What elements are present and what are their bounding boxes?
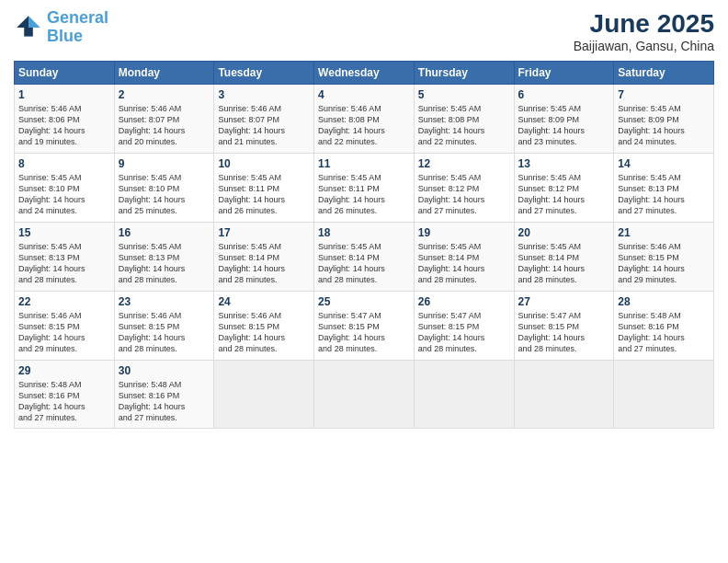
day-info: Sunrise: 5:48 AM Sunset: 8:16 PM Dayligh…	[18, 379, 110, 424]
day-info: Sunrise: 5:45 AM Sunset: 8:14 PM Dayligh…	[518, 241, 610, 286]
col-header-friday: Friday	[514, 62, 614, 85]
cell-day-12: 12Sunrise: 5:45 AM Sunset: 8:12 PM Dayli…	[414, 154, 514, 223]
day-info: Sunrise: 5:46 AM Sunset: 8:15 PM Dayligh…	[18, 310, 110, 355]
cell-day-empty-4	[414, 361, 514, 429]
col-header-tuesday: Tuesday	[214, 62, 314, 85]
cell-day-empty-5	[514, 361, 614, 429]
day-info: Sunrise: 5:45 AM Sunset: 8:12 PM Dayligh…	[518, 172, 610, 217]
day-number: 17	[218, 226, 310, 239]
svg-marker-0	[28, 16, 40, 28]
cell-day-18: 18Sunrise: 5:45 AM Sunset: 8:14 PM Dayli…	[314, 223, 415, 292]
day-number: 25	[318, 295, 410, 308]
col-header-sunday: Sunday	[15, 62, 115, 85]
cell-day-21: 21Sunrise: 5:46 AM Sunset: 8:15 PM Dayli…	[614, 223, 714, 292]
day-number: 19	[418, 226, 510, 239]
cell-day-19: 19Sunrise: 5:45 AM Sunset: 8:14 PM Dayli…	[414, 223, 514, 292]
col-header-monday: Monday	[114, 62, 214, 85]
main-title: June 2025	[574, 9, 714, 39]
day-number: 2	[119, 88, 210, 101]
day-info: Sunrise: 5:46 AM Sunset: 8:15 PM Dayligh…	[218, 310, 310, 355]
cell-day-9: 9Sunrise: 5:45 AM Sunset: 8:10 PM Daylig…	[114, 154, 214, 223]
day-number: 5	[418, 88, 510, 101]
day-info: Sunrise: 5:48 AM Sunset: 8:16 PM Dayligh…	[618, 310, 710, 355]
logo-text: General Blue	[47, 9, 108, 46]
day-number: 28	[618, 295, 710, 308]
day-info: Sunrise: 5:45 AM Sunset: 8:14 PM Dayligh…	[218, 241, 310, 286]
day-number: 3	[218, 88, 310, 101]
day-number: 24	[218, 295, 310, 308]
day-number: 7	[618, 88, 710, 101]
cell-day-24: 24Sunrise: 5:46 AM Sunset: 8:15 PM Dayli…	[214, 292, 314, 361]
cell-day-27: 27Sunrise: 5:47 AM Sunset: 8:15 PM Dayli…	[514, 292, 614, 361]
day-info: Sunrise: 5:47 AM Sunset: 8:15 PM Dayligh…	[518, 310, 610, 355]
day-info: Sunrise: 5:47 AM Sunset: 8:15 PM Dayligh…	[418, 310, 510, 355]
cell-day-30: 30Sunrise: 5:48 AM Sunset: 8:16 PM Dayli…	[114, 361, 214, 429]
cell-day-29: 29Sunrise: 5:48 AM Sunset: 8:16 PM Dayli…	[15, 361, 115, 429]
day-info: Sunrise: 5:45 AM Sunset: 8:13 PM Dayligh…	[18, 241, 110, 286]
page: General Blue June 2025 Baijiawan, Gansu,…	[0, 0, 728, 563]
logo: General Blue	[14, 9, 108, 46]
cell-day-7: 7Sunrise: 5:45 AM Sunset: 8:09 PM Daylig…	[614, 85, 714, 154]
week-row-4: 22Sunrise: 5:46 AM Sunset: 8:15 PM Dayli…	[15, 292, 714, 361]
day-info: Sunrise: 5:45 AM Sunset: 8:10 PM Dayligh…	[18, 172, 110, 217]
day-number: 20	[518, 226, 610, 239]
day-number: 30	[119, 364, 210, 377]
cell-day-10: 10Sunrise: 5:45 AM Sunset: 8:11 PM Dayli…	[214, 154, 314, 223]
cell-day-8: 8Sunrise: 5:45 AM Sunset: 8:10 PM Daylig…	[15, 154, 115, 223]
cell-day-17: 17Sunrise: 5:45 AM Sunset: 8:14 PM Dayli…	[214, 223, 314, 292]
logo-icon	[14, 13, 43, 42]
cell-day-11: 11Sunrise: 5:45 AM Sunset: 8:11 PM Dayli…	[314, 154, 415, 223]
day-number: 13	[518, 157, 610, 170]
header-row: SundayMondayTuesdayWednesdayThursdayFrid…	[15, 62, 714, 85]
week-row-1: 1Sunrise: 5:46 AM Sunset: 8:06 PM Daylig…	[15, 85, 714, 154]
day-info: Sunrise: 5:45 AM Sunset: 8:09 PM Dayligh…	[618, 103, 710, 148]
week-row-3: 15Sunrise: 5:45 AM Sunset: 8:13 PM Dayli…	[15, 223, 714, 292]
cell-day-20: 20Sunrise: 5:45 AM Sunset: 8:14 PM Dayli…	[514, 223, 614, 292]
cell-day-15: 15Sunrise: 5:45 AM Sunset: 8:13 PM Dayli…	[15, 223, 115, 292]
day-info: Sunrise: 5:46 AM Sunset: 8:07 PM Dayligh…	[218, 103, 310, 148]
day-number: 9	[119, 157, 210, 170]
day-number: 1	[18, 88, 110, 101]
subtitle: Baijiawan, Gansu, China	[574, 39, 714, 53]
day-number: 16	[119, 226, 210, 239]
cell-day-empty-6	[614, 361, 714, 429]
day-number: 10	[218, 157, 310, 170]
day-number: 6	[518, 88, 610, 101]
day-info: Sunrise: 5:45 AM Sunset: 8:10 PM Dayligh…	[119, 172, 210, 217]
cell-day-1: 1Sunrise: 5:46 AM Sunset: 8:06 PM Daylig…	[15, 85, 115, 154]
cell-day-28: 28Sunrise: 5:48 AM Sunset: 8:16 PM Dayli…	[614, 292, 714, 361]
cell-day-empty-2	[214, 361, 314, 429]
day-info: Sunrise: 5:45 AM Sunset: 8:14 PM Dayligh…	[318, 241, 410, 286]
day-number: 11	[318, 157, 410, 170]
calendar-table: SundayMondayTuesdayWednesdayThursdayFrid…	[14, 61, 714, 429]
day-number: 29	[18, 364, 110, 377]
logo-line2: Blue	[47, 27, 83, 45]
title-block: June 2025 Baijiawan, Gansu, China	[574, 9, 714, 53]
day-info: Sunrise: 5:45 AM Sunset: 8:11 PM Dayligh…	[218, 172, 310, 217]
day-number: 23	[119, 295, 210, 308]
day-number: 27	[518, 295, 610, 308]
day-info: Sunrise: 5:46 AM Sunset: 8:15 PM Dayligh…	[119, 310, 210, 355]
svg-marker-1	[17, 16, 28, 28]
day-info: Sunrise: 5:45 AM Sunset: 8:13 PM Dayligh…	[119, 241, 210, 286]
day-info: Sunrise: 5:48 AM Sunset: 8:16 PM Dayligh…	[119, 379, 210, 424]
day-number: 8	[18, 157, 110, 170]
cell-day-empty-3	[314, 361, 415, 429]
cell-day-25: 25Sunrise: 5:47 AM Sunset: 8:15 PM Dayli…	[314, 292, 415, 361]
col-header-thursday: Thursday	[414, 62, 514, 85]
cell-day-4: 4Sunrise: 5:46 AM Sunset: 8:08 PM Daylig…	[314, 85, 415, 154]
logo-line1: General	[47, 8, 108, 27]
day-number: 12	[418, 157, 510, 170]
day-info: Sunrise: 5:45 AM Sunset: 8:09 PM Dayligh…	[518, 103, 610, 148]
cell-day-14: 14Sunrise: 5:45 AM Sunset: 8:13 PM Dayli…	[614, 154, 714, 223]
cell-day-6: 6Sunrise: 5:45 AM Sunset: 8:09 PM Daylig…	[514, 85, 614, 154]
cell-day-5: 5Sunrise: 5:45 AM Sunset: 8:08 PM Daylig…	[414, 85, 514, 154]
day-info: Sunrise: 5:45 AM Sunset: 8:12 PM Dayligh…	[418, 172, 510, 217]
day-number: 4	[318, 88, 410, 101]
day-info: Sunrise: 5:46 AM Sunset: 8:07 PM Dayligh…	[119, 103, 210, 148]
day-info: Sunrise: 5:46 AM Sunset: 8:15 PM Dayligh…	[618, 241, 710, 286]
cell-day-26: 26Sunrise: 5:47 AM Sunset: 8:15 PM Dayli…	[414, 292, 514, 361]
header: General Blue June 2025 Baijiawan, Gansu,…	[14, 9, 714, 53]
col-header-saturday: Saturday	[614, 62, 714, 85]
cell-day-23: 23Sunrise: 5:46 AM Sunset: 8:15 PM Dayli…	[114, 292, 214, 361]
